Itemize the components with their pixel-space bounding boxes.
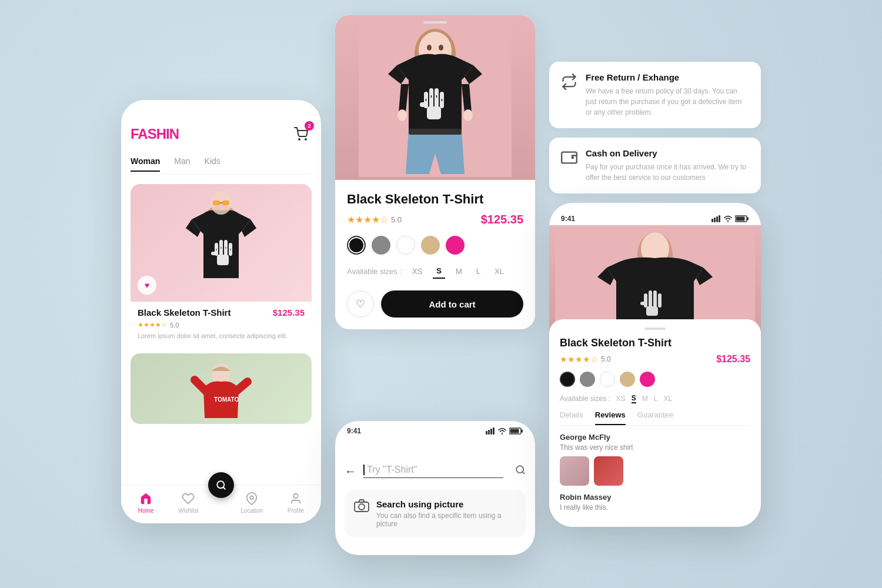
svg-rect-67 <box>658 293 662 308</box>
svg-point-26 <box>427 45 432 51</box>
right-color-pink[interactable] <box>640 372 655 387</box>
signal-icon-right <box>711 215 721 222</box>
review-item-2: Robin Massey I really like this. <box>560 493 750 512</box>
back-button[interactable]: ← <box>345 465 356 478</box>
svg-rect-52 <box>562 152 577 163</box>
right-color-tan[interactable] <box>620 372 635 387</box>
battery-icon-right <box>735 215 749 222</box>
product-tshirt-svg <box>174 190 268 296</box>
product-rating-1: ★★★★☆ 5.0 <box>138 321 305 329</box>
svg-rect-53 <box>711 219 713 222</box>
feature-cod-desc: Pay for your purchase once it has arrive… <box>586 162 749 183</box>
wishlist-button-1[interactable]: ♥ <box>138 276 156 295</box>
color-gray[interactable] <box>372 236 390 255</box>
wishlist-button-detail[interactable]: ♡ <box>347 290 374 318</box>
size-s[interactable]: S <box>433 264 445 279</box>
signal-icons <box>486 427 523 435</box>
review-images-1 <box>560 456 750 486</box>
svg-rect-43 <box>490 429 492 435</box>
profile-icon <box>289 492 302 505</box>
center-panel: Black Skeleton T-Shirt ★★★★☆ 5.0 $125.35… <box>335 15 535 555</box>
phone-detail-right: 9:41 <box>549 203 761 527</box>
logo-text: FASHI <box>131 126 169 142</box>
svg-point-40 <box>463 109 473 121</box>
right-color-gray[interactable] <box>580 372 595 387</box>
cod-icon <box>561 149 577 169</box>
detail-tabs: Details Reviews Guarantee <box>560 410 750 426</box>
return-icon <box>561 74 577 93</box>
phone-search: 9:41 <box>335 421 535 555</box>
cart-button[interactable]: 2 <box>290 123 312 145</box>
color-white[interactable] <box>396 236 415 255</box>
right-color-black[interactable] <box>560 372 575 387</box>
svg-point-0 <box>299 139 300 140</box>
right-size-label: Available sizes : <box>560 395 610 403</box>
nav-home-label: Home <box>138 507 154 514</box>
right-size-xl[interactable]: XL <box>664 395 673 403</box>
return-arrows-icon <box>561 74 577 90</box>
right-phone-time: 9:41 <box>561 215 575 223</box>
search-option-title: Search using picture <box>376 499 516 509</box>
size-m[interactable]: M <box>452 265 466 278</box>
tab-kids[interactable]: Kids <box>205 156 220 172</box>
svg-point-51 <box>359 504 365 510</box>
right-size-xs[interactable]: XS <box>616 395 626 403</box>
detail-product-image <box>335 15 535 180</box>
camera-svg <box>354 499 369 512</box>
right-detail-rating: ★★★★☆ 5.0 <box>560 355 611 364</box>
detail-tshirt-svg <box>359 18 512 177</box>
nav-profile[interactable]: Profile <box>288 492 304 514</box>
right-size-l[interactable]: L <box>654 395 658 403</box>
nav-wishlist[interactable]: Wishlist <box>178 492 198 514</box>
svg-rect-8 <box>211 252 218 255</box>
svg-text:TOMATO: TOMATO <box>214 396 239 403</box>
right-product-image <box>549 225 761 331</box>
wifi-icon-right <box>723 215 733 222</box>
search-input[interactable]: Try "T-Shirt" <box>363 465 503 478</box>
app-header: FASHIN 2 <box>131 123 312 145</box>
tab-details[interactable]: Details <box>560 410 583 425</box>
detail-actions: ♡ Add to cart <box>347 290 523 318</box>
status-bar-search: 9:41 <box>335 421 535 435</box>
right-color-white[interactable] <box>600 372 615 387</box>
right-size-s[interactable]: S <box>632 394 636 403</box>
reviewer-comment-2: I really like this. <box>560 503 750 512</box>
svg-rect-42 <box>488 430 490 435</box>
search-by-picture-card[interactable]: Search using picture You can also find a… <box>345 490 526 537</box>
app-logo: FASHIN <box>131 126 179 142</box>
feature-return-title: Free Return / Exhange <box>586 72 749 82</box>
reviewer-comment-1: This was very nice shirt <box>560 443 750 452</box>
right-detail-price: $125.35 <box>716 354 750 365</box>
search-phone-wrapper: 9:41 <box>335 339 535 555</box>
tab-man[interactable]: Man <box>174 156 190 172</box>
svg-rect-56 <box>719 215 720 222</box>
add-to-cart-button[interactable]: Add to cart <box>381 290 523 318</box>
svg-rect-47 <box>510 429 519 433</box>
right-detail-sheet: Black Skeleton T-Shirt ★★★★☆ 5.0 $125.35… <box>549 319 761 527</box>
nav-home[interactable]: Home <box>138 492 154 514</box>
search-icon[interactable] <box>515 465 526 478</box>
color-black[interactable] <box>347 236 366 255</box>
tab-woman[interactable]: Woman <box>131 156 160 172</box>
bottom-navigation: Home Wishlist Location Profile <box>121 485 321 523</box>
feature-cod-title: Cash on Delivery <box>586 148 749 158</box>
right-color-selector <box>560 372 750 387</box>
size-l[interactable]: L <box>473 265 484 278</box>
search-bar: ← Try "T-Shirt" <box>345 465 526 478</box>
size-xl[interactable]: XL <box>491 265 507 278</box>
right-size-m[interactable]: M <box>642 395 648 403</box>
detail-title: Black Skeleton T-Shirt <box>347 192 523 207</box>
product-card-1[interactable]: ♥ Black Skeleton T-Shirt $125.35 ★★★★☆ 5… <box>131 184 312 346</box>
svg-rect-68 <box>640 302 647 305</box>
svg-rect-30 <box>429 88 433 108</box>
product-card-2[interactable]: TOMATO <box>131 353 312 424</box>
search-fab-button[interactable] <box>208 472 234 498</box>
tab-guarantee[interactable]: Guarantee <box>637 410 673 425</box>
review-img-1a <box>560 456 589 486</box>
nav-location[interactable]: Location <box>240 492 263 514</box>
tab-reviews[interactable]: Reviews <box>595 410 626 425</box>
review-item-1: George McFly This was very nice shirt <box>560 433 750 486</box>
size-xs[interactable]: XS <box>409 265 426 278</box>
color-tan[interactable] <box>421 236 440 255</box>
color-pink[interactable] <box>446 236 465 255</box>
